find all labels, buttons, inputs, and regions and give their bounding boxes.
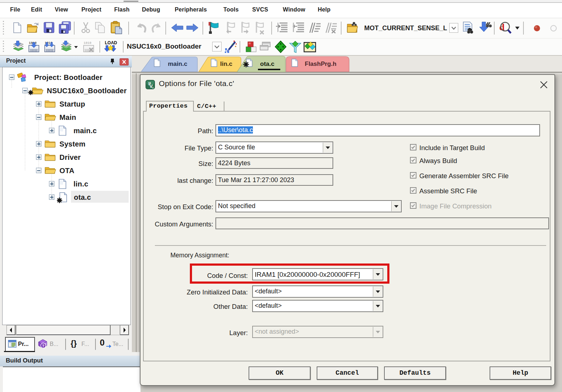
svg-text:s: s (152, 86, 154, 89)
svg-text:LOAD: LOAD (105, 40, 117, 45)
svg-text:main.c: main.c (168, 60, 187, 67)
svg-text:FlashPrg.h: FlashPrg.h (305, 60, 336, 67)
svg-text:lin.c: lin.c (220, 60, 232, 67)
svg-text:?: ? (42, 344, 45, 348)
svg-text:1010: 1010 (84, 41, 92, 45)
svg-text:ota.c: ota.c (260, 60, 275, 67)
